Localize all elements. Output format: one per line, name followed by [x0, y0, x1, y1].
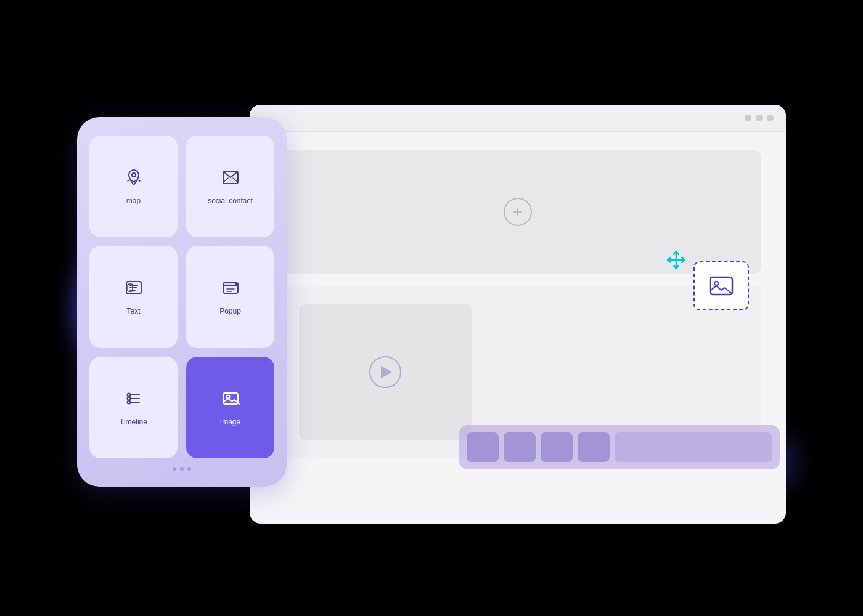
strip-thumb-1 [467, 432, 499, 462]
content-block-top[interactable]: + [274, 150, 761, 274]
strip-thumb-2 [504, 432, 536, 462]
phone-dots [89, 467, 274, 474]
phone-item-text[interactable]: Text [89, 246, 178, 347]
browser-dot-3 [767, 115, 774, 121]
text-icon [124, 278, 144, 302]
phone-dot-1 [173, 467, 176, 471]
browser-dot-1 [745, 115, 751, 121]
play-button[interactable] [369, 356, 401, 388]
phone-item-popup[interactable]: Popup [186, 246, 274, 347]
phone-dot-2 [180, 467, 184, 471]
map-label: map [126, 197, 141, 205]
svg-point-8 [235, 283, 237, 286]
image-icon [221, 389, 240, 413]
play-triangle-icon [381, 366, 392, 378]
social-label: social contact [208, 197, 253, 205]
browser-titlebar [250, 105, 786, 132]
strip-thumb-3 [541, 432, 573, 462]
strip-thumb-4 [578, 432, 610, 462]
image-label: Image [220, 418, 240, 426]
drag-image-box [693, 261, 749, 310]
popup-icon [221, 278, 240, 302]
phone-item-social[interactable]: social contact [186, 136, 274, 237]
svg-rect-12 [223, 393, 238, 404]
social-icon [221, 168, 240, 192]
timeline-label: Timeline [120, 418, 147, 426]
phone-panel: map social contact [77, 117, 287, 487]
browser-window: + [250, 105, 786, 524]
phone-grid: map social contact [89, 136, 274, 458]
content-block-bottom [274, 286, 761, 458]
svg-point-13 [226, 395, 229, 398]
add-button[interactable]: + [504, 198, 532, 226]
move-cursor-icon [665, 249, 687, 271]
strip-spacer [615, 432, 772, 462]
phone-item-timeline[interactable]: Timeline [89, 357, 178, 458]
phone-item-map[interactable]: map [89, 136, 178, 237]
popup-label: Popup [219, 307, 241, 315]
browser-content: + [250, 132, 786, 524]
svg-point-1 [714, 282, 718, 285]
svg-point-11 [127, 400, 130, 403]
phone-dot-3 [187, 467, 191, 471]
image-strip [459, 425, 780, 469]
browser-dots [745, 115, 774, 121]
browser-dot-2 [756, 115, 763, 121]
svg-point-2 [132, 173, 136, 177]
text-label: Text [126, 307, 140, 315]
phone-item-image[interactable]: Image [186, 357, 274, 458]
svg-point-10 [127, 397, 130, 400]
video-play-area[interactable] [299, 304, 472, 440]
svg-point-9 [127, 393, 130, 396]
map-icon [124, 168, 144, 192]
timeline-icon [124, 389, 144, 413]
